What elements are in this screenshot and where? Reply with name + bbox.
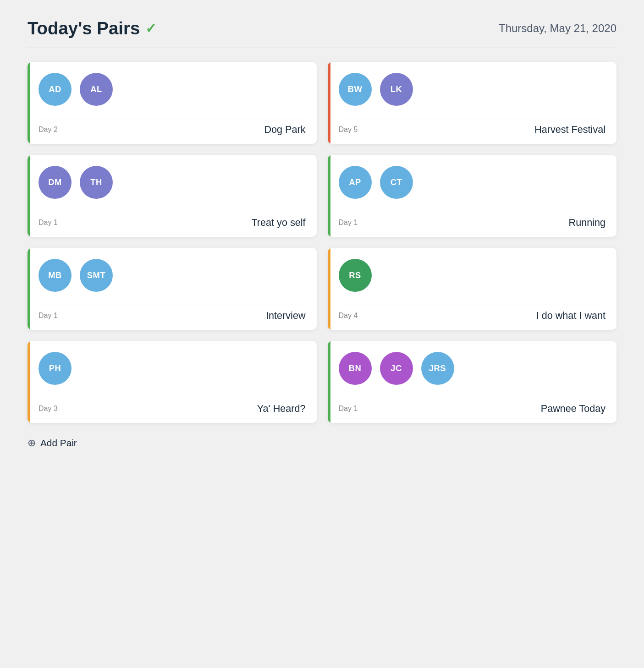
date-label: Thursday, May 21, 2020 (499, 22, 616, 35)
page-title: Today's Pairs (28, 18, 140, 38)
avatar-mb: MB (39, 259, 72, 292)
topic-label: Interview (266, 310, 305, 322)
day-label: Day 4 (339, 312, 358, 320)
pair-card-pawnee-today[interactable]: BNJCJRSDay 1Pawnee Today (328, 341, 617, 423)
avatar-lk: LK (380, 73, 413, 106)
add-pair-icon: ⊕ (28, 437, 36, 449)
topic-label: I do what I want (536, 310, 605, 322)
topic-label: Pawnee Today (541, 403, 605, 415)
day-label: Day 1 (339, 405, 358, 413)
card-footer: Day 1Interview (39, 305, 306, 322)
add-pair-label: Add Pair (40, 438, 77, 449)
avatar-ct: CT (380, 166, 413, 199)
day-label: Day 1 (339, 219, 358, 227)
card-footer: Day 2Dog Park (39, 119, 306, 136)
avatars-row: PH (39, 352, 306, 385)
avatars-row: RS (339, 259, 606, 292)
pair-card-treat-yo-self[interactable]: DMTHDay 1Treat yo self (28, 155, 317, 237)
avatars-row: BWLK (339, 73, 606, 106)
day-label: Day 3 (39, 405, 58, 413)
card-footer: Day 1Treat yo self (39, 212, 306, 229)
pair-card-ya-heard[interactable]: PHDay 3Ya' Heard? (28, 341, 317, 423)
day-label: Day 2 (39, 126, 58, 134)
check-icon: ✓ (145, 21, 156, 36)
card-footer: Day 1Pawnee Today (339, 398, 606, 415)
avatar-ad: AD (39, 73, 72, 106)
title-area: Today's Pairs ✓ (28, 18, 156, 38)
card-footer: Day 1Running (339, 212, 606, 229)
avatar-al: AL (80, 73, 113, 106)
day-label: Day 5 (339, 126, 358, 134)
pair-card-interview[interactable]: MBSMTDay 1Interview (28, 248, 317, 330)
topic-label: Running (569, 217, 605, 229)
topic-label: Dog Park (264, 124, 305, 136)
day-label: Day 1 (39, 312, 58, 320)
avatar-bn: BN (339, 352, 372, 385)
pair-card-harvest-festival[interactable]: BWLKDay 5Harvest Festival (328, 62, 617, 144)
avatar-smt: SMT (80, 259, 113, 292)
avatar-bw: BW (339, 73, 372, 106)
page-header: Today's Pairs ✓ Thursday, May 21, 2020 (28, 18, 616, 38)
add-pair-row[interactable]: ⊕ Add Pair (28, 437, 616, 449)
topic-label: Treat yo self (251, 217, 305, 229)
header-divider (28, 48, 616, 48)
avatars-row: ADAL (39, 73, 306, 106)
avatar-jc: JC (380, 352, 413, 385)
avatar-ap: AP (339, 166, 372, 199)
pair-card-do-what-i-want[interactable]: RSDay 4I do what I want (328, 248, 617, 330)
topic-label: Ya' Heard? (257, 403, 306, 415)
card-footer: Day 5Harvest Festival (339, 119, 606, 136)
avatars-row: DMTH (39, 166, 306, 199)
day-label: Day 1 (39, 219, 58, 227)
card-footer: Day 3Ya' Heard? (39, 398, 306, 415)
avatars-row: APCT (339, 166, 606, 199)
pair-card-dog-park[interactable]: ADALDay 2Dog Park (28, 62, 317, 144)
pair-card-running[interactable]: APCTDay 1Running (328, 155, 617, 237)
avatars-row: MBSMT (39, 259, 306, 292)
avatar-ph: PH (39, 352, 72, 385)
avatar-jrs: JRS (421, 352, 454, 385)
avatar-rs: RS (339, 259, 372, 292)
avatars-row: BNJCJRS (339, 352, 606, 385)
card-footer: Day 4I do what I want (339, 305, 606, 322)
avatar-th: TH (80, 166, 113, 199)
pairs-grid: ADALDay 2Dog ParkBWLKDay 5Harvest Festiv… (28, 62, 616, 423)
topic-label: Harvest Festival (534, 124, 605, 136)
avatar-dm: DM (39, 166, 72, 199)
